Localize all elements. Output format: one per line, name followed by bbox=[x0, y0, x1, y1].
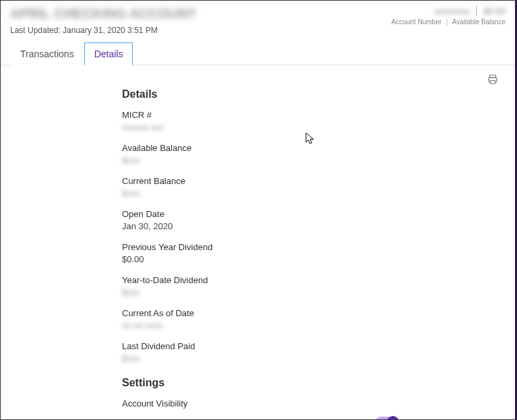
micr-value: xxxxxx xxx bbox=[122, 122, 499, 132]
current-balance-value: $xxx bbox=[122, 188, 499, 198]
print-icon[interactable] bbox=[487, 73, 499, 86]
last-dividend-paid-value: $xxx bbox=[122, 353, 499, 363]
visibility-home-toggle[interactable]: ✓ bbox=[375, 417, 398, 420]
account-title: APRIL CHECKING ACCOUNT bbox=[10, 6, 197, 22]
available-balance-value: $0.00 bbox=[483, 6, 506, 16]
open-date-value: Jan 30, 2020 bbox=[122, 221, 499, 231]
header-account-meta: xxxxxxxx | $0.00 Account Number | Availa… bbox=[392, 5, 506, 26]
ytd-dividend-value: $xxx bbox=[122, 287, 499, 297]
visibility-home-label: Home bbox=[122, 417, 146, 421]
account-visibility-label: Account Visibility bbox=[122, 398, 499, 409]
prev-year-dividend-label: Previous Year Dividend bbox=[122, 242, 499, 252]
tab-transactions[interactable]: Transactions bbox=[10, 42, 84, 65]
settings-section-title: Settings bbox=[122, 377, 499, 389]
available-balance-value-detail: $xxx bbox=[122, 155, 499, 165]
current-balance-label: Current Balance bbox=[122, 176, 499, 186]
tab-bar: Transactions Details bbox=[1, 42, 515, 65]
available-balance-label-detail: Available Balance bbox=[122, 143, 499, 153]
micr-label: MICR # bbox=[122, 110, 499, 120]
ytd-dividend-label: Year-to-Date Dividend bbox=[122, 275, 499, 285]
tab-details[interactable]: Details bbox=[84, 42, 133, 65]
current-as-of-date-value: xx-xx-xxxx bbox=[122, 320, 499, 330]
available-balance-label: Available Balance bbox=[452, 18, 506, 26]
open-date-label: Open Date bbox=[122, 209, 499, 219]
details-section-title: Details bbox=[122, 88, 499, 100]
account-number-value: xxxxxxxx bbox=[434, 6, 469, 16]
current-as-of-date-label: Current As of Date bbox=[122, 308, 499, 318]
prev-year-dividend-value: $0.00 bbox=[122, 254, 499, 264]
svg-rect-2 bbox=[490, 81, 495, 84]
last-dividend-paid-label: Last Dividend Paid bbox=[122, 341, 499, 351]
account-number-label: Account Number bbox=[392, 18, 442, 26]
